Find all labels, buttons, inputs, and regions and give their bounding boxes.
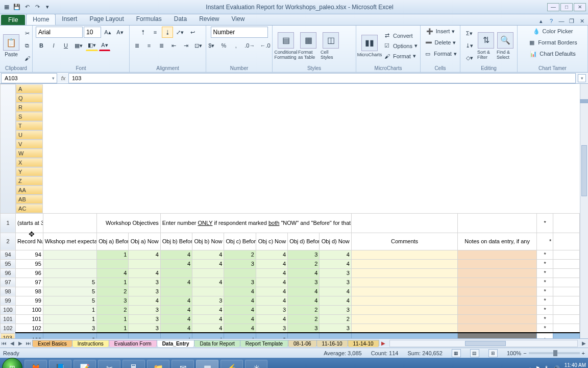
tab-scroll-right-icon[interactable]: ▶ [379,339,387,348]
cell[interactable] [351,259,458,268]
cell[interactable] [351,305,458,314]
cell[interactable] [553,268,580,278]
cell[interactable]: 4 [160,333,192,338]
cell[interactable] [458,324,537,333]
cell[interactable]: 4 [320,250,351,259]
col-header-A[interactable]: A [16,84,43,94]
cell[interactable] [553,287,580,296]
cell[interactable]: 4 [224,305,256,314]
borders-icon[interactable]: ▦▾ [72,40,85,51]
tray-up-icon[interactable]: ▴ [529,365,531,369]
cell[interactable]: 4 [129,250,160,259]
cell[interactable]: 95 [16,259,43,268]
cell[interactable]: 4 [224,296,256,305]
cell[interactable]: 4 [192,333,224,338]
cell[interactable]: 4 [256,268,287,278]
row-header[interactable]: 94 [1,250,16,259]
cell[interactable]: 4 [160,305,192,314]
cell[interactable] [97,333,129,338]
cell[interactable] [351,296,458,305]
col-header-AB[interactable]: AB [16,195,43,204]
cell[interactable] [351,314,458,324]
cell[interactable]: 100 [16,305,43,314]
row-header[interactable]: 95 [1,259,16,268]
bold-button[interactable]: B [36,40,47,51]
find-select-button[interactable]: 🔍Find & Select [497,29,514,63]
cell[interactable]: 4 [160,250,192,259]
cell[interactable]: 4 [160,296,192,305]
cell[interactable]: 2 [320,314,351,324]
cell[interactable] [458,259,537,268]
align-bottom-icon[interactable]: ⭳ [162,27,173,38]
row-header[interactable]: 100 [1,305,16,314]
expand-formula-bar-icon[interactable]: ▾ [578,74,586,82]
cell[interactable]: * [537,250,553,259]
cells-format-button[interactable]: ▭Format▾ [423,49,458,58]
minimize-ribbon-icon[interactable]: ▴ [537,17,545,25]
row-header[interactable]: 103 [1,333,15,339]
cell[interactable] [553,333,580,338]
tab-insert[interactable]: Insert [56,14,83,25]
cell[interactable] [160,287,192,296]
undo-icon[interactable]: ↶ [22,3,32,12]
col-header-Q[interactable]: Q [16,94,43,103]
number-format-select[interactable]: Number [211,27,268,38]
sheet-tab-excel-basics[interactable]: Excel Basics [32,340,72,347]
cell[interactable]: 98 [16,287,43,296]
cell[interactable] [129,333,160,338]
orientation-icon[interactable]: ⤢▾ [174,27,186,38]
tray-flag-icon[interactable]: ⚑ [535,365,540,369]
cell[interactable]: 3 [320,305,351,314]
sheet-tab-11-14-10[interactable]: 11-14-10 [348,340,379,347]
cell[interactable] [351,324,458,333]
tab-view[interactable]: View [226,14,251,25]
paste-button[interactable]: 📋Paste [3,29,19,63]
cell[interactable]: * [537,268,553,278]
cell[interactable] [320,333,351,338]
cell[interactable]: 3 [43,324,96,333]
clear-icon[interactable]: ◇▾ [463,53,475,64]
cell[interactable] [160,268,192,278]
col-header-W[interactable]: W [16,149,43,158]
cell[interactable]: 3 [129,278,160,287]
cell[interactable] [192,287,224,296]
cell[interactable]: * [537,287,553,296]
cell[interactable] [458,305,537,314]
decrease-indent-icon[interactable]: ⇤ [168,40,179,51]
col-header-R[interactable]: R [16,103,43,112]
convert-button[interactable]: ⇄Convert [382,31,419,40]
italic-button[interactable]: I [48,40,59,51]
tab-first-icon[interactable]: ⏮ [0,339,8,348]
cell[interactable] [192,268,224,278]
sheet-tab-data-for-report[interactable]: Data for Report [194,340,240,347]
tray-network-icon[interactable]: 🖧 [544,365,549,369]
cell[interactable]: 3 [256,324,287,333]
cell[interactable]: 4 [192,324,224,333]
cell[interactable]: 2 [288,305,320,314]
align-top-icon[interactable]: ⭱ [137,27,149,38]
cell[interactable]: 3 [320,268,351,278]
color-picker-button[interactable]: 💧Color Picker [531,27,574,36]
mc-format-button[interactable]: 🖌Format▾ [382,52,419,61]
name-box[interactable]: A103 [1,73,57,83]
cell[interactable]: * [537,259,553,268]
cell[interactable]: 1 [97,250,129,259]
cell[interactable]: 4 [320,287,351,296]
cell[interactable] [458,268,537,278]
cell[interactable]: 5 [43,278,96,287]
cell[interactable] [351,333,458,338]
cell[interactable]: * [537,314,553,324]
cell[interactable]: 4 [129,268,160,278]
split-handle[interactable] [580,99,588,103]
cell[interactable]: 3 [192,296,224,305]
cell[interactable]: 97 [16,278,43,287]
normal-view-icon[interactable]: ▦ [452,349,461,357]
cell[interactable]: 4 [160,278,192,287]
cell[interactable]: 5 [43,296,96,305]
col-header-U[interactable]: U [16,130,43,140]
cell[interactable]: 3 [129,314,160,324]
cell[interactable]: 2 [288,259,320,268]
row-header[interactable]: 101 [1,314,16,324]
align-right-icon[interactable]: ≣ [156,40,167,51]
col-header-V[interactable]: V [16,140,43,149]
